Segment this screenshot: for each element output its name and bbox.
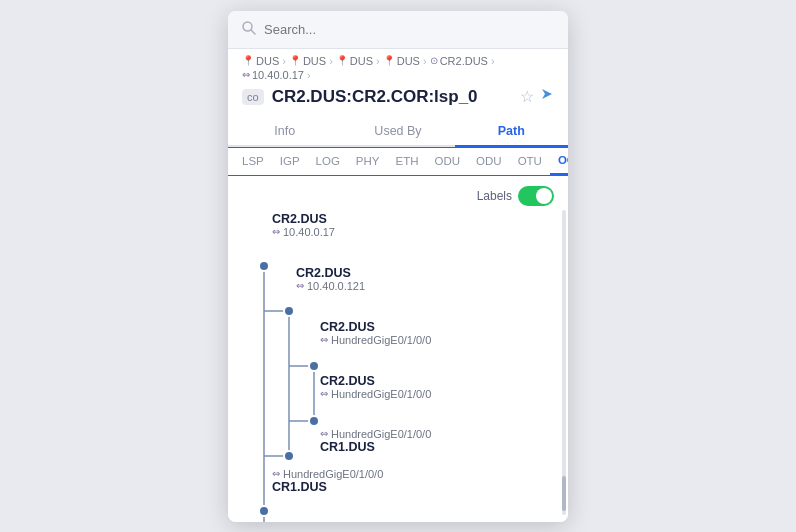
scrollbar-thumb[interactable] bbox=[562, 476, 566, 511]
path-node: CR2.DUS ⇔ 10.40.0.17 bbox=[258, 212, 558, 238]
arrows-icon: ⇔ bbox=[242, 69, 250, 80]
node-name: CR1.DUS bbox=[320, 440, 431, 454]
tab-used-by[interactable]: Used By bbox=[341, 115, 454, 147]
breadcrumb-item[interactable]: 📍 DUS bbox=[289, 55, 326, 67]
tab-odu1[interactable]: ODU bbox=[427, 148, 469, 174]
node-sub: ⇔ HundredGigE0/1/0/0 bbox=[320, 388, 431, 400]
star-button[interactable]: ☆ bbox=[520, 87, 534, 106]
title-actions: ☆ bbox=[520, 87, 554, 106]
svg-point-14 bbox=[284, 451, 294, 461]
path-node: ⇔ HundredGigE0/1/0/0 CR1.DUS bbox=[306, 428, 558, 454]
svg-point-15 bbox=[259, 506, 269, 516]
breadcrumb-label: DUS bbox=[350, 55, 373, 67]
location-icon: 📍 bbox=[336, 55, 348, 66]
layer-tabs: LSP IGP LOG PHY ETH ODU ODU OTU OCH C... bbox=[228, 147, 568, 176]
layer-tabs-container: LSP IGP LOG PHY ETH ODU ODU OTU OCH C... bbox=[228, 147, 568, 176]
path-node: CR2.DUS ⇔ 10.40.0.121 bbox=[282, 266, 558, 292]
search-input[interactable] bbox=[264, 22, 554, 37]
tab-otu[interactable]: OTU bbox=[510, 148, 550, 174]
breadcrumb-sep: › bbox=[423, 55, 427, 67]
location-icon: 📍 bbox=[289, 55, 301, 66]
path-node: ⇔ HundredGigE0/1/0/0 CR1.DUS bbox=[258, 468, 558, 494]
tab-info[interactable]: Info bbox=[228, 115, 341, 147]
node-name: CR2.DUS bbox=[272, 212, 335, 226]
search-bar bbox=[228, 11, 568, 49]
arrows-icon: ⇔ bbox=[320, 388, 328, 399]
breadcrumb-label: 10.40.0.17 bbox=[252, 69, 304, 81]
node-sub: ⇔ HundredGigE0/1/0/0 bbox=[272, 468, 383, 480]
node-sub: ⇔ HundredGigE0/1/0/0 bbox=[320, 428, 431, 440]
navigate-button[interactable] bbox=[540, 87, 554, 106]
page-title: CR2.DUS:CR2.COR:lsp_0 bbox=[272, 87, 512, 107]
circle-icon: ⊙ bbox=[430, 55, 438, 66]
svg-line-1 bbox=[251, 30, 255, 34]
breadcrumb-item[interactable]: ⇔ 10.40.0.17 bbox=[242, 69, 304, 81]
breadcrumb-item[interactable]: 📍 DUS bbox=[242, 55, 279, 67]
breadcrumb: 📍 DUS › 📍 DUS › 📍 DUS › 📍 DUS › ⊙ CR2.DU… bbox=[228, 49, 568, 83]
breadcrumb-item[interactable]: ⊙ CR2.DUS bbox=[430, 55, 488, 67]
breadcrumb-item[interactable]: 📍 DUS bbox=[336, 55, 373, 67]
path-diagram: CR2.DUS ⇔ 10.40.0.17 CR2.DUS ⇔ 10.40.0.1… bbox=[228, 212, 568, 522]
tab-igp[interactable]: IGP bbox=[272, 148, 308, 174]
arrows-icon: ⇔ bbox=[320, 428, 328, 439]
location-icon: 📍 bbox=[383, 55, 395, 66]
content-area: Labels bbox=[228, 176, 568, 522]
title-row: co CR2.DUS:CR2.COR:lsp_0 ☆ bbox=[228, 83, 568, 115]
search-icon bbox=[242, 21, 256, 38]
breadcrumb-label: CR2.DUS bbox=[440, 55, 488, 67]
breadcrumb-sep: › bbox=[376, 55, 380, 67]
path-node: CR2.DUS ⇔ HundredGigE0/1/0/0 bbox=[306, 320, 558, 346]
breadcrumb-label: DUS bbox=[256, 55, 279, 67]
main-panel: 📍 DUS › 📍 DUS › 📍 DUS › 📍 DUS › ⊙ CR2.DU… bbox=[228, 11, 568, 522]
node-name: CR1.DUS bbox=[272, 480, 383, 494]
labels-text: Labels bbox=[477, 189, 512, 203]
labels-toggle-row: Labels bbox=[228, 176, 568, 210]
node-sub: ⇔ 10.40.0.17 bbox=[272, 226, 335, 238]
location-icon: 📍 bbox=[242, 55, 254, 66]
tab-lsp[interactable]: LSP bbox=[234, 148, 272, 174]
svg-point-11 bbox=[284, 306, 294, 316]
node-sub: ⇔ HundredGigE0/1/0/0 bbox=[320, 334, 431, 346]
svg-point-10 bbox=[259, 261, 269, 271]
main-tabs: Info Used By Path bbox=[228, 115, 568, 147]
breadcrumb-sep: › bbox=[282, 55, 286, 67]
labels-toggle[interactable] bbox=[518, 186, 554, 206]
tab-path[interactable]: Path bbox=[455, 115, 568, 147]
tab-odu2[interactable]: ODU bbox=[468, 148, 510, 174]
breadcrumb-label: DUS bbox=[303, 55, 326, 67]
arrows-icon: ⇔ bbox=[296, 280, 304, 291]
breadcrumb-item[interactable]: 📍 DUS bbox=[383, 55, 420, 67]
node-name: CR2.DUS bbox=[296, 266, 365, 280]
breadcrumb-sep: › bbox=[329, 55, 333, 67]
node-name: CR2.DUS bbox=[320, 374, 431, 388]
tab-log[interactable]: LOG bbox=[308, 148, 348, 174]
breadcrumb-sep: › bbox=[307, 69, 311, 81]
arrows-icon: ⇔ bbox=[320, 334, 328, 345]
title-icon: co bbox=[242, 89, 264, 105]
svg-marker-2 bbox=[542, 89, 552, 99]
path-node: CR2.DUS ⇔ HundredGigE0/1/0/0 bbox=[306, 374, 558, 400]
tab-och[interactable]: OCH bbox=[550, 147, 568, 175]
tab-phy[interactable]: PHY bbox=[348, 148, 388, 174]
arrows-icon: ⇔ bbox=[272, 226, 280, 237]
svg-point-12 bbox=[309, 361, 319, 371]
arrows-icon: ⇔ bbox=[272, 468, 280, 479]
scrollbar-track bbox=[562, 210, 566, 515]
breadcrumb-sep: › bbox=[491, 55, 495, 67]
tab-eth[interactable]: ETH bbox=[388, 148, 427, 174]
node-name: CR2.DUS bbox=[320, 320, 431, 334]
breadcrumb-label: DUS bbox=[397, 55, 420, 67]
svg-point-13 bbox=[309, 416, 319, 426]
node-sub: ⇔ 10.40.0.121 bbox=[296, 280, 365, 292]
